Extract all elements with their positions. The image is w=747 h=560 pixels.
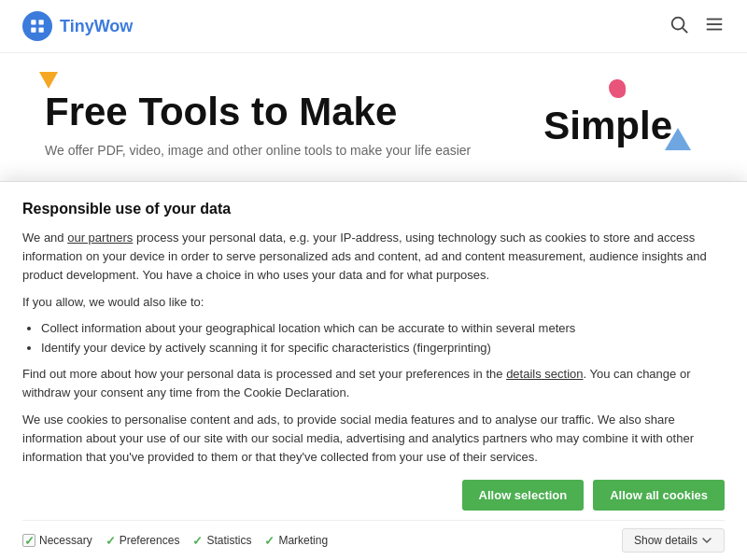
svg-line-5 <box>683 28 687 33</box>
cookie-banner: Responsible use of your data We and our … <box>0 181 747 560</box>
hero-headline: Free Tools to Make Simple <box>45 91 702 133</box>
cookie-bullet-list: Collect information about your geographi… <box>41 319 725 358</box>
cookie-checkboxes: ✓ Necessary ✓ Preferences ✓ Statistics ✓… <box>22 534 622 548</box>
navbar-icons <box>669 14 725 38</box>
brand-name: TinyWow <box>60 17 133 36</box>
menu-icon[interactable] <box>704 14 725 38</box>
allow-selection-button[interactable]: Allow selection <box>462 480 585 511</box>
cookie-title: Responsible use of your data <box>22 201 725 217</box>
svg-rect-1 <box>39 20 44 24</box>
hero-section: Free Tools to Make Simple We offer PDF, … <box>0 53 747 203</box>
search-icon[interactable] <box>669 14 689 38</box>
chevron-down-icon <box>701 535 712 546</box>
cookie-intro-text: We and our partners process your persona… <box>22 229 725 285</box>
our-partners-link[interactable]: our partners <box>67 231 133 245</box>
check-statistics[interactable]: ✓ Statistics <box>192 534 251 548</box>
brand: TinyWow <box>22 11 133 41</box>
cookie-findout-text: Find out more about how your personal da… <box>22 365 725 402</box>
check-marketing[interactable]: ✓ Marketing <box>264 534 328 548</box>
brand-logo-icon <box>29 18 46 35</box>
cookie-footer: ✓ Necessary ✓ Preferences ✓ Statistics ✓… <box>22 520 725 560</box>
decoration-triangle-orange <box>39 72 58 89</box>
details-section-link[interactable]: details section <box>506 367 583 381</box>
check-preferences[interactable]: ✓ Preferences <box>106 534 180 548</box>
cookie-buttons: Allow selection Allow all cookies <box>22 480 725 511</box>
decoration-blob-pink <box>609 79 626 98</box>
svg-rect-2 <box>31 28 35 33</box>
hero-headline-simple: Simple <box>543 105 672 147</box>
cookie-bullet-1: Collect information about your geographi… <box>41 319 725 339</box>
cookie-bullet-2: Identify your device by actively scannin… <box>41 339 725 358</box>
navbar: TinyWow <box>0 0 747 53</box>
allow-all-button[interactable]: Allow all cookies <box>593 480 725 511</box>
cookie-weuse-text: We use cookies to personalise content an… <box>22 411 725 467</box>
show-details-button[interactable]: Show details <box>622 528 725 553</box>
brand-icon <box>22 11 52 41</box>
svg-point-4 <box>672 18 684 30</box>
svg-rect-3 <box>39 28 44 33</box>
check-necessary[interactable]: ✓ Necessary <box>22 534 92 548</box>
cookie-if-allow-text: If you allow, we would also like to: <box>22 293 725 312</box>
svg-rect-0 <box>31 20 35 24</box>
